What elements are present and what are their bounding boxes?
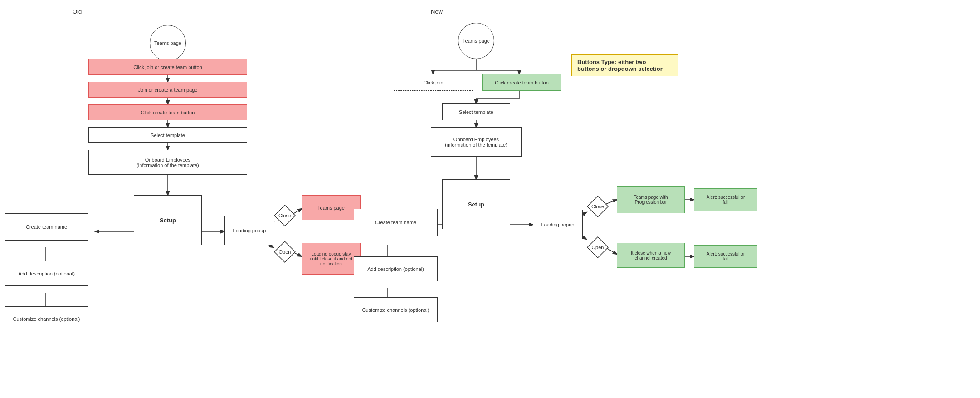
old-select-template-label: Select template [151,133,185,138]
new-open-diamond: Open [586,236,609,259]
old-customize-channels-label: Customize channels (optional) [13,316,80,322]
old-join-create-page-label: Join or create a team page [138,87,198,93]
new-teams-progression-label: Teams page with Progression bar [634,195,668,205]
new-loading-popup: Loading popup [533,210,583,239]
old-open-label: Open [279,249,291,255]
new-customize-channels: Customize channels (optional) [354,297,438,322]
new-loading-popup-label: Loading popup [541,222,575,227]
new-click-create-btn-label: Click create team button [495,80,549,85]
new-close-diamond: Close [586,195,609,218]
old-loading-stay-label: Loading popup stay until I close it and … [310,251,352,266]
new-click-create-btn: Click create team button [482,74,561,91]
old-click-create-btn-label: Click create team button [141,110,195,115]
old-customize-channels: Customize channels (optional) [5,306,88,331]
old-teams-page-circle: Teams page [150,25,186,61]
old-setup-label: Setup [160,217,176,224]
new-customize-channels-label: Customize channels (optional) [362,307,429,313]
old-create-team-name-label: Create team name [26,224,67,230]
note-box: Buttons Type: either two buttons or drop… [571,54,678,76]
note-text: Buttons Type: either two buttons or drop… [577,59,664,72]
old-open-diamond: Open [273,241,296,263]
old-onboard-employees-label: Onboard Employees (information of the te… [137,157,199,168]
old-add-description: Add description (optional) [5,261,88,286]
old-select-template: Select template [88,127,247,143]
new-onboard-employees-label: Onboard Employees (information of the te… [445,137,507,147]
old-teams-page-label: Teams page [154,40,181,46]
old-label: Old [73,8,82,15]
new-select-template: Select template [442,103,510,120]
old-click-create-btn: Click create team button [88,104,247,120]
new-click-join-label: Click join [423,80,443,85]
new-close-label: Close [591,204,604,209]
old-close-diamond: Close [273,204,296,227]
new-alert-1: Alert: successful or fail [694,188,757,211]
new-onboard-employees: Onboard Employees (information of the te… [431,127,522,157]
old-close-label: Close [278,213,291,218]
old-loading-stay: Loading popup stay until I close it and … [302,243,361,275]
new-select-template-label: Select template [459,109,493,115]
new-it-close: It close when a new channel created [617,243,685,268]
new-create-team-name-label: Create team name [375,220,416,225]
new-create-team-name: Create team name [354,209,438,236]
new-click-join: Click join [394,74,473,91]
new-alert-2: Alert: successful or fail [694,245,757,268]
new-label: New [431,8,443,15]
new-teams-page-label: Teams page [463,38,490,44]
old-loading-popup-label: Loading popup [233,228,266,233]
new-add-description: Add description (optional) [354,256,438,281]
old-add-description-label: Add description (optional) [18,271,75,276]
old-teams-page-result-label: Teams page [317,205,345,211]
old-onboard-employees: Onboard Employees (information of the te… [88,150,247,175]
old-teams-page-result: Teams page [302,195,361,220]
old-join-create-page: Join or create a team page [88,82,247,98]
old-create-team-name: Create team name [5,213,88,241]
old-loading-popup: Loading popup [224,216,274,245]
new-alert-1-label: Alert: successful or fail [707,195,745,205]
new-setup-label: Setup [468,201,484,208]
new-alert-2-label: Alert: successful or fail [707,251,745,261]
new-add-description-label: Add description (optional) [367,266,424,272]
old-click-join-create-label: Click join or create team button [133,64,202,70]
old-click-join-create: Click join or create team button [88,59,247,75]
new-teams-progression: Teams page with Progression bar [617,186,685,213]
new-setup: Setup [442,179,510,229]
new-teams-page-circle: Teams page [458,23,494,59]
new-it-close-label: It close when a new channel created [631,251,671,260]
new-open-label: Open [592,245,604,250]
old-setup: Setup [134,195,202,245]
